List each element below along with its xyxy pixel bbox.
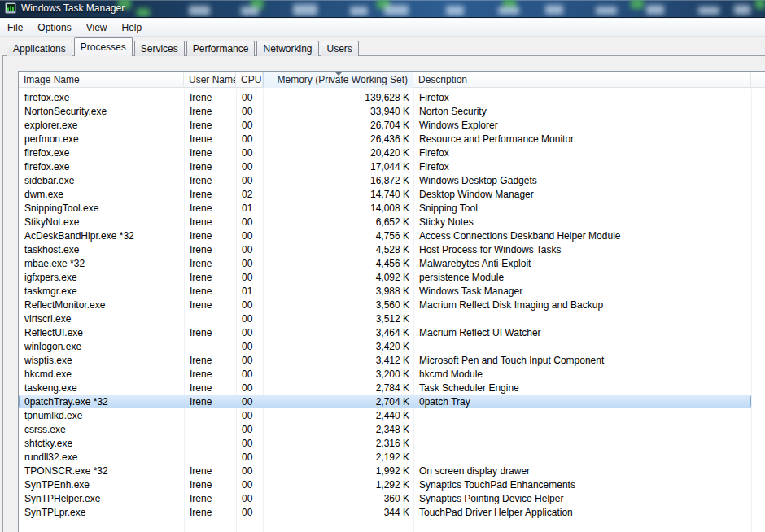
cell-description: On screen display drawer [414, 464, 750, 477]
process-row[interactable]: explorer.exe Irene 00 26,704 K Windows E… [19, 118, 751, 132]
process-row[interactable]: mbae.exe *32 Irene 00 4,456 K Malwarebyt… [19, 256, 751, 270]
column-header-description[interactable]: Description [413, 72, 751, 88]
title-bar[interactable]: Windows Task Manager [0, 0, 765, 18]
process-row[interactable]: AcDeskBandHlpr.exe *32 Irene 00 4,756 K … [19, 229, 751, 242]
cell-description: Windows Task Manager [414, 285, 750, 297]
column-header-cpu[interactable]: CPU [236, 72, 263, 88]
cell-description: Windows Desktop Gadgets [414, 174, 750, 186]
column-header-user-name[interactable]: User Name [184, 72, 236, 88]
cell-image-name: TPONSCR.exe *32 [20, 464, 185, 477]
process-row[interactable]: wisptis.exe Irene 00 3,412 K Microsoft P… [19, 353, 751, 367]
process-row[interactable]: firefox.exe Irene 00 20,420 K Firefox [19, 146, 751, 159]
glass-blur-blob [734, 5, 750, 15]
cell-memory: 3,512 K [264, 312, 414, 325]
cell-description: 0patch Tray [414, 395, 750, 408]
process-row[interactable]: sidebar.exe Irene 00 16,872 K Windows De… [19, 173, 751, 187]
taskmanager-app-icon [5, 2, 16, 14]
cell-image-name: firefox.exe [20, 160, 185, 172]
cell-user-name: Irene [185, 119, 237, 131]
process-row[interactable]: SnippingTool.exe Irene 01 14,008 K Snipp… [19, 201, 751, 215]
tab-networking[interactable]: Networking [256, 41, 318, 56]
glass-blur-blob [646, 5, 664, 15]
cell-cpu: 00 [237, 368, 264, 380]
process-row[interactable]: ReflectUI.exe Irene 00 3,464 K Macrium R… [19, 325, 751, 339]
process-row[interactable]: StikyNot.exe Irene 00 6,652 K Sticky Not… [19, 215, 751, 229]
process-row[interactable]: taskhost.exe Irene 00 4,528 K Host Proce… [19, 242, 751, 256]
column-header-image-name[interactable]: Image Name [19, 72, 184, 88]
cell-description: hkcmd Module [414, 368, 750, 380]
cell-description [414, 423, 750, 435]
cell-memory: 1,992 K [264, 464, 414, 477]
cell-image-name: SynTPEnh.exe [20, 478, 185, 491]
cell-image-name: sidebar.exe [20, 174, 185, 186]
cell-memory: 139,628 K [264, 91, 414, 103]
process-row[interactable]: rundll32.exe 00 2,192 K [19, 450, 751, 464]
cell-user-name: Irene [185, 257, 237, 269]
cell-image-name: perfmon.exe [20, 133, 185, 145]
column-header-memory[interactable]: Memory (Private Working Set) [263, 72, 413, 88]
cell-description: Task Scheduler Engine [414, 382, 750, 394]
cell-image-name: wisptis.exe [20, 354, 185, 366]
cell-cpu: 00 [237, 492, 264, 504]
process-row[interactable]: ReflectMonitor.exe Irene 00 3,560 K Macr… [19, 298, 751, 312]
cell-cpu: 00 [237, 174, 264, 186]
tab-performance[interactable]: Performance [186, 41, 256, 56]
process-row[interactable]: SynTPEnh.exe Irene 00 1,292 K Synaptics … [19, 477, 751, 491]
menu-view[interactable]: View [79, 20, 115, 36]
cell-user-name: Irene [185, 160, 237, 172]
process-row[interactable]: taskeng.exe Irene 00 2,784 K Task Schedu… [19, 381, 751, 395]
process-row[interactable]: virtscrl.exe 00 3,512 K [19, 312, 751, 325]
process-row[interactable]: 0patchTray.exe *32 Irene 00 2,704 K 0pat… [19, 395, 751, 408]
process-row[interactable]: taskmgr.exe Irene 01 3,988 K Windows Tas… [19, 284, 751, 298]
process-row[interactable]: firefox.exe Irene 00 139,628 K Firefox [19, 90, 751, 104]
process-row[interactable]: winlogon.exe 00 3,420 K [19, 339, 751, 353]
cell-image-name: tpnumlkd.exe [20, 409, 185, 421]
cell-description: Host Process for Windows Tasks [414, 243, 750, 255]
cell-description [414, 451, 750, 463]
cell-image-name: hkcmd.exe [20, 368, 185, 380]
process-row[interactable]: dwm.exe Irene 02 14,740 K Desktop Window… [19, 187, 751, 201]
process-row[interactable]: SynTPHelper.exe Irene 00 360 K Synaptics… [19, 491, 751, 505]
cell-user-name: Irene [185, 105, 237, 117]
glass-blur-blob [293, 4, 317, 15]
glass-blur-blob [241, 7, 259, 15]
process-row[interactable]: SynTPLpr.exe Irene 00 344 K TouchPad Dri… [19, 505, 751, 519]
cell-memory: 4,092 K [264, 271, 414, 283]
cell-memory: 3,412 K [264, 354, 414, 366]
process-row[interactable]: csrss.exe 00 2,348 K [19, 422, 751, 436]
cell-cpu: 00 [237, 437, 264, 449]
cell-user-name: Irene [185, 216, 237, 228]
cell-description: Macrium Reflect UI Watcher [414, 326, 750, 338]
tab-users[interactable]: Users [321, 41, 359, 56]
cell-description [414, 312, 750, 325]
menu-help[interactable]: Help [115, 20, 150, 36]
cell-description: Malwarebytes Anti-Exploit [414, 257, 750, 269]
cell-cpu: 00 [237, 105, 264, 117]
cell-image-name: mbae.exe *32 [20, 257, 185, 269]
process-row[interactable]: igfxpers.exe Irene 00 4,092 K persistenc… [19, 270, 751, 284]
cell-user-name: Irene [185, 492, 237, 504]
process-row[interactable]: hkcmd.exe Irene 00 3,200 K hkcmd Module [19, 367, 751, 381]
process-row[interactable]: shtctky.exe 00 2,316 K [19, 436, 751, 450]
tab-applications[interactable]: Applications [7, 41, 72, 56]
sort-descending-icon [335, 72, 342, 76]
process-row[interactable]: tpnumlkd.exe 00 2,440 K [19, 408, 751, 422]
cell-cpu: 00 [237, 160, 264, 172]
cell-memory: 17,044 K [264, 160, 414, 172]
menu-options[interactable]: Options [30, 20, 78, 36]
tab-strip: Applications Processes Services Performa… [7, 37, 361, 56]
tab-services[interactable]: Services [134, 41, 185, 56]
cell-description: TouchPad Driver Helper Application [414, 506, 750, 518]
process-row[interactable]: perfmon.exe Irene 00 26,436 K Resource a… [19, 132, 751, 146]
cell-image-name: NortonSecurity.exe [20, 105, 185, 117]
process-row[interactable]: NortonSecurity.exe Irene 00 33,940 K Nor… [19, 104, 751, 118]
process-row[interactable]: TPONSCR.exe *32 Irene 00 1,992 K On scre… [19, 464, 751, 477]
cell-description: Firefox [414, 146, 750, 159]
cell-description: Resource and Performance Monitor [414, 133, 750, 145]
tab-processes[interactable]: Processes [74, 37, 133, 56]
cell-cpu: 02 [237, 188, 264, 200]
cell-memory: 2,348 K [264, 423, 414, 435]
process-row[interactable]: firefox.exe Irene 00 17,044 K Firefox [19, 159, 751, 173]
menu-file[interactable]: File [0, 20, 30, 36]
cell-user-name: Irene [185, 174, 237, 186]
